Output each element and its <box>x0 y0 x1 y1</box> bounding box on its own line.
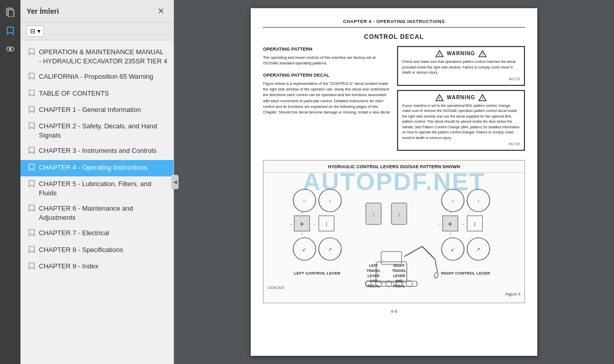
bookmark-icon-2 <box>29 89 35 99</box>
svg-text:!: ! <box>481 96 483 101</box>
warning-label-1: WARNING <box>447 50 475 57</box>
nav-item-label-9: CHAPTER 7 - Electrical <box>39 229 109 238</box>
warning-text-2: If your machine is set to the operationa… <box>402 103 520 141</box>
left-travel-group: | LEFT TRAVEL LEVER AND PEDAL <box>366 203 381 288</box>
two-column-section: OPERATING PATTERN The operating and trav… <box>263 46 525 155</box>
svg-text:|: | <box>373 212 374 217</box>
left-toolbar <box>0 0 20 364</box>
svg-text:|: | <box>326 221 327 226</box>
svg-text:!: ! <box>481 52 483 57</box>
documents-toolbar-btn[interactable] <box>2 4 18 20</box>
hydraulic-diagram: HYDRAULIC CONTROL LEVERS ISO/SAE PATTERN… <box>263 160 525 303</box>
svg-text:|: | <box>399 212 400 217</box>
svg-text:↗: ↗ <box>476 247 480 252</box>
nav-item-toc[interactable]: TABLE OF CONTENTS <box>20 86 173 102</box>
nav-item-label-3: CHAPTER 1 - General Information <box>39 105 141 115</box>
diagram-figure-label: Figure 5 <box>506 291 520 297</box>
sidebar-collapse-handle[interactable]: ◀ <box>171 175 179 189</box>
nav-item-ch2[interactable]: CHAPTER 2 - Safety, Decals, and Hand Sig… <box>20 119 173 143</box>
nav-item-ch9[interactable]: CHAPTER 9 - Index <box>20 259 173 275</box>
svg-text:LEVER: LEVER <box>393 274 405 278</box>
sidebar: Yer İmleri ✕ ⊟ ▾ OPERATION & MAINTENANCE… <box>20 0 174 364</box>
bookmark-icon-7 <box>29 180 35 190</box>
bookmarks-toolbar-btn[interactable] <box>2 22 18 39</box>
warning-ref-2: M1716 <box>402 142 520 147</box>
nav-item-label-1: CALIFORNIA - Proposition 65 Warning <box>39 72 154 81</box>
svg-text:→: → <box>461 222 465 226</box>
nav-item-label-5: CHAPTER 3 - Instruments and Controls <box>39 146 157 155</box>
warning-ref-1: M1713 <box>402 77 520 82</box>
warning-label-2: WARNING <box>447 94 475 101</box>
svg-rect-1 <box>8 10 14 17</box>
page-main-title: CONTROL DECAL <box>263 33 525 41</box>
bookmark-icon-1 <box>29 73 35 82</box>
page-chapter-header: CHAPTER 4 - OPERATING INSTRUCTIONS <box>263 18 525 28</box>
list-icon: ⊟ <box>30 28 35 35</box>
svg-text:↕: ↕ <box>477 198 480 203</box>
pdf-page: AUTOPDF.NET CHAPTER 4 - OPERATING INSTRU… <box>251 8 537 356</box>
right-column: ! WARNING ! Check and make sure that ope… <box>397 46 525 155</box>
bookmark-icon-4 <box>29 122 35 132</box>
svg-text:!: ! <box>439 96 441 101</box>
nav-item-ch3[interactable]: CHAPTER 3 - Instruments and Controls <box>20 143 173 160</box>
nav-item-ch5[interactable]: CHAPTER 5 - Lubrication, Filters, and Fl… <box>20 176 173 201</box>
diagram-title: HYDRAULIC CONTROL LEVERS ISO/SAE PATTERN… <box>264 161 524 173</box>
left-column: OPERATING PATTERN The operating and trav… <box>263 46 391 155</box>
svg-text:|: | <box>474 221 475 226</box>
warning-triangle-icon-2b: ! <box>478 94 487 101</box>
warning-box-2: ! WARNING ! If your machine is set to th… <box>397 90 525 151</box>
svg-text:TRAVEL: TRAVEL <box>366 269 381 272</box>
svg-text:↕: ↕ <box>329 198 332 203</box>
nav-item-label-2: TABLE OF CONTENTS <box>39 89 109 98</box>
nav-item-label-6: CHAPTER 4 - Operating Instructions <box>39 163 147 172</box>
nav-item-ch1[interactable]: CHAPTER 1 - General Information <box>20 102 173 119</box>
svg-text:LEFT CONTROL LEVER: LEFT CONTROL LEVER <box>294 271 341 276</box>
warning-header-2: ! WARNING ! <box>402 94 520 101</box>
warning-header-1: ! WARNING ! <box>402 50 520 57</box>
chevron-down-icon: ▾ <box>37 28 40 35</box>
bookmark-icon-8 <box>29 204 35 214</box>
bookmark-icon-3 <box>29 106 35 116</box>
svg-text:LEVER: LEVER <box>367 274 379 278</box>
links-toolbar-btn[interactable] <box>2 41 18 57</box>
svg-line-63 <box>404 246 422 257</box>
bookmark-icon-6 <box>29 164 35 173</box>
svg-line-64 <box>422 246 435 259</box>
svg-line-65 <box>435 259 437 272</box>
operating-pattern-decal-text: Figure below is a representation of the … <box>263 81 391 116</box>
sidebar-toolbar: ⊟ ▾ <box>20 22 173 40</box>
bookmark-icon-11 <box>29 262 35 272</box>
nav-item-ch6[interactable]: CHAPTER 6 - Maintenance and Adjustments <box>20 201 173 225</box>
svg-text:↓: ↓ <box>449 231 451 236</box>
warning-triangle-icon-2: ! <box>435 94 444 101</box>
nav-item-ch8[interactable]: CHAPTER 8 - Specifications <box>20 242 173 259</box>
right-lever-group: ↔ ↕ ⊕ ← → ↑ ↓ | <box>437 189 490 276</box>
nav-item-label-4: CHAPTER 2 - Safety, Decals, and Hand Sig… <box>39 122 167 140</box>
svg-text:↙: ↙ <box>451 247 455 252</box>
bookmark-icon-9 <box>29 229 35 239</box>
nav-item-ch4[interactable]: CHAPTER 4 - Operating Instructions <box>20 160 173 176</box>
svg-text:RIGHT CONTROL LEVER: RIGHT CONTROL LEVER <box>441 271 490 276</box>
nav-item-ch7[interactable]: CHAPTER 7 - Electrical <box>20 225 173 242</box>
nav-item-label-11: CHAPTER 9 - Index <box>39 262 98 271</box>
svg-text:↔: ↔ <box>451 198 455 203</box>
sidebar-header: Yer İmleri ✕ <box>20 0 173 22</box>
svg-text:!: ! <box>439 52 441 57</box>
bookmark-list: OPERATION & MAINTENANCE MANUAL - HYDRAUL… <box>20 40 173 364</box>
svg-text:⊕: ⊕ <box>448 221 452 226</box>
operating-pattern-decal-title: OPERATING PATTERN DECAL <box>263 72 391 79</box>
right-travel-group: | RIGHT TRAVEL LEVER AND PEDAL <box>391 203 407 288</box>
diagram-img-ref: 1028C425 <box>268 285 284 290</box>
nav-item-label-10: CHAPTER 8 - Specifications <box>39 245 123 255</box>
svg-text:↑: ↑ <box>449 211 451 215</box>
svg-text:↑: ↑ <box>301 211 303 215</box>
nav-item-california[interactable]: CALIFORNIA - Proposition 65 Warning <box>20 69 173 85</box>
sidebar-close-button[interactable]: ✕ <box>155 5 167 17</box>
nav-item-operation-manual[interactable]: OPERATION & MAINTENANCE MANUAL - HYDRAUL… <box>20 44 173 69</box>
sidebar-view-options-button[interactable]: ⊟ ▾ <box>27 26 44 37</box>
warning-text-1: Check and make sure that operations patt… <box>402 59 520 76</box>
svg-text:↙: ↙ <box>302 247 306 252</box>
svg-text:TRAVEL: TRAVEL <box>392 269 406 272</box>
svg-text:←: ← <box>289 222 293 226</box>
bookmark-icon-0 <box>29 48 35 58</box>
